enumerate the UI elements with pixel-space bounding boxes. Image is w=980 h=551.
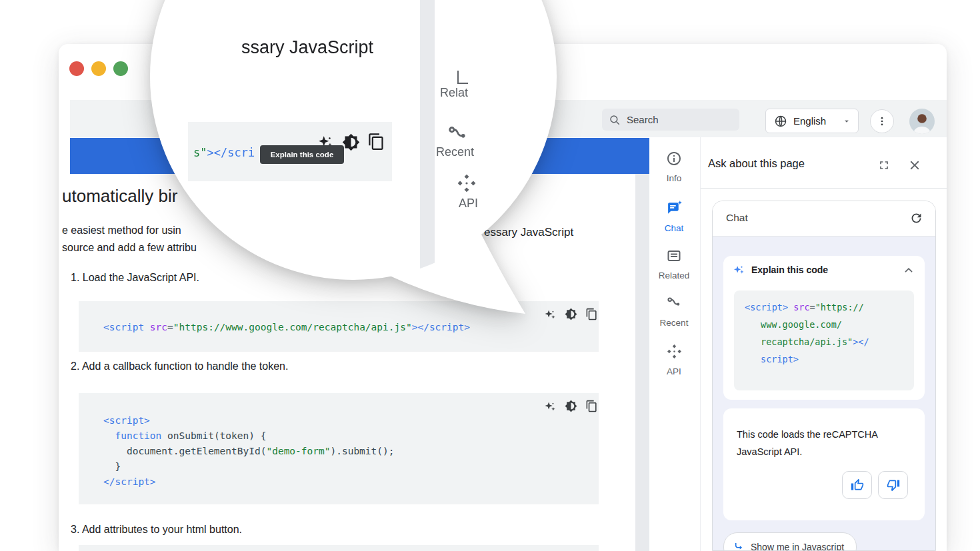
chat-card-title: Chat [726, 212, 748, 224]
recent-route-icon [666, 294, 683, 311]
window-close-button[interactable] [69, 61, 84, 76]
reset-chat-button[interactable] [909, 211, 923, 225]
chat-card: Chat Explain this code <sc [712, 201, 936, 551]
panel-title: Ask about this page [708, 157, 805, 170]
screenshot-stage: Search English utomatically bir e easies… [0, 0, 980, 551]
rail-item-chat[interactable]: Chat [649, 200, 699, 233]
intro-text-line1: e easiest method for usin [62, 225, 181, 237]
theme-contrast-icon [565, 308, 577, 320]
search-input[interactable]: Search [602, 109, 739, 131]
code-theme-toggle-button[interactable] [565, 400, 577, 412]
language-label: English [793, 115, 826, 127]
more-options-button[interactable] [870, 109, 894, 133]
copy-code-button[interactable] [585, 308, 598, 320]
search-icon [609, 114, 621, 126]
thumb-down-icon [887, 478, 900, 492]
copy-icon [585, 400, 598, 412]
window-minimize-button[interactable] [91, 61, 106, 76]
page-scrollbar[interactable] [635, 174, 649, 551]
info-icon [666, 151, 682, 167]
panel-divider [701, 188, 947, 189]
section-heading: essary JavaScript [484, 226, 573, 239]
explain-request-card: Explain this code <script> src="https://… [723, 256, 925, 400]
language-selector[interactable]: English [765, 109, 859, 133]
api-icon [666, 343, 683, 360]
close-icon [907, 158, 922, 173]
step-1: 1. Load the JavaScript API. [71, 272, 199, 284]
page-banner [70, 138, 649, 174]
thumb-up-icon [851, 478, 864, 492]
rail-item-label: Recent [649, 318, 699, 328]
redirect-arrow-icon [733, 541, 745, 551]
collapse-button[interactable] [902, 264, 915, 277]
explain-request-code: <script> src="https://www.google.com/rec… [734, 290, 914, 390]
copy-icon [585, 308, 598, 320]
expand-panel-button[interactable] [877, 159, 891, 172]
fullscreen-icon [877, 159, 891, 172]
rail-divider [700, 137, 701, 551]
close-panel-button[interactable] [907, 158, 922, 173]
rail-item-recent[interactable]: Recent [649, 294, 699, 328]
suggestion-chip[interactable]: Show me in Javascript [723, 532, 857, 551]
rail-item-label: API [649, 366, 699, 376]
intro-text-line2: source and add a few attribu [62, 242, 197, 254]
rail-item-label: Related [649, 271, 699, 280]
answer-text: This code loads the reCAPTCHA JavaScript… [737, 426, 905, 460]
chat-card-header: Chat [713, 201, 935, 237]
code-block-1-code: <script src="https://www.google.com/reca… [103, 320, 470, 335]
ai-sparkle-icon [733, 264, 745, 276]
rail-item-label: Info [649, 173, 699, 183]
code-block-2-code: <script> function onSubmit(token) { docu… [103, 413, 395, 490]
explain-code-button[interactable] [544, 400, 557, 413]
step-3: 3. Add attributes to your html button. [71, 524, 242, 536]
code-theme-toggle-button[interactable] [565, 308, 577, 320]
explain-code-button[interactable] [544, 308, 557, 321]
copy-code-button[interactable] [585, 400, 598, 412]
globe-icon [774, 115, 787, 128]
caret-down-icon [842, 117, 851, 126]
search-placeholder: Search [627, 114, 659, 125]
theme-contrast-icon [565, 400, 577, 412]
rail-item-label: Chat [649, 223, 699, 233]
rail-item-info[interactable]: Info [649, 151, 699, 183]
explain-request-title: Explain this code [751, 265, 828, 275]
page-title: utomatically bir [62, 186, 177, 207]
thumbs-down-button[interactable] [878, 471, 908, 499]
thumbs-up-button[interactable] [842, 471, 872, 499]
ai-sparkle-icon [544, 400, 557, 413]
more-vert-icon [876, 115, 888, 127]
suggestion-chip-label: Show me in Javascript [751, 542, 844, 551]
answer-card: This code loads the reCAPTCHA JavaScript… [723, 408, 925, 520]
related-article-icon [666, 248, 682, 264]
rail-item-api[interactable]: API [649, 343, 699, 376]
step-2: 2. Add a callback function to handle the… [71, 360, 288, 372]
ai-sparkle-icon [544, 308, 557, 321]
refresh-icon [909, 211, 923, 225]
chat-sparkle-icon [666, 200, 683, 217]
code-block-3 [79, 545, 599, 551]
rail-item-related[interactable]: Related [649, 248, 699, 280]
avatar[interactable] [909, 109, 935, 134]
chevron-up-icon [902, 264, 915, 277]
window-zoom-button[interactable] [113, 61, 128, 76]
